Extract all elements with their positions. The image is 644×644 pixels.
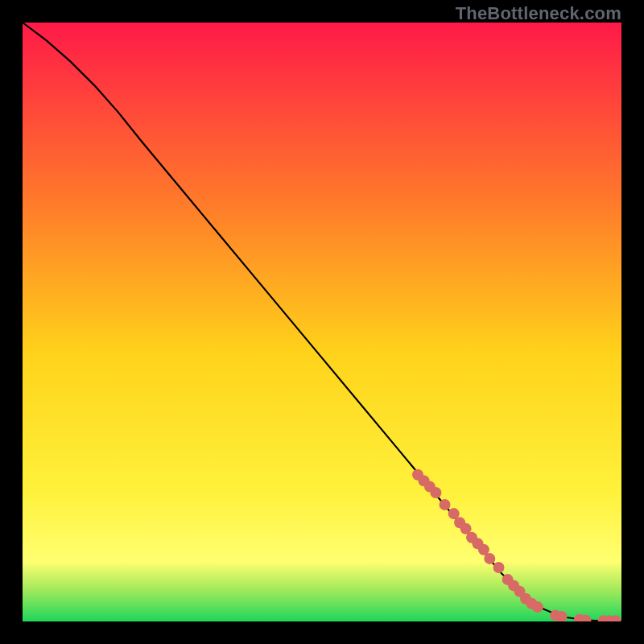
data-marker (493, 562, 505, 573)
data-marker (440, 499, 451, 510)
watermark-text: TheBottleneck.com (456, 3, 621, 24)
chart-frame: TheBottleneck.com (0, 0, 644, 644)
gradient-background (23, 23, 621, 621)
plot-area (23, 23, 621, 621)
data-marker (430, 487, 441, 498)
data-marker (532, 601, 543, 613)
chart-svg (23, 23, 621, 621)
data-marker (484, 553, 495, 564)
